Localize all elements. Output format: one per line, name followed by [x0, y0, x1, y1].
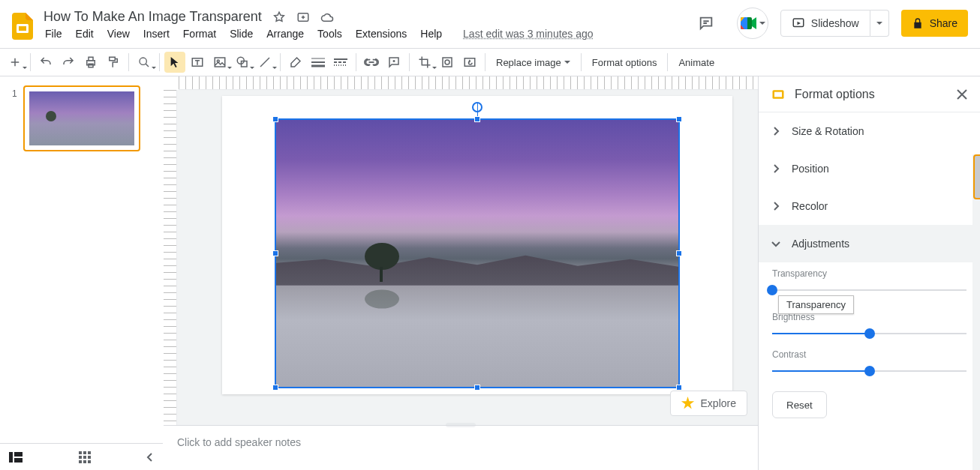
resize-handle[interactable]: [272, 116, 278, 122]
replace-image-button[interactable]: Replace image: [490, 52, 576, 73]
transparency-tooltip: Transparency: [778, 295, 854, 314]
crop-button[interactable]: [414, 52, 435, 73]
menu-format[interactable]: Format: [183, 28, 216, 40]
paint-format-button[interactable]: [103, 52, 124, 73]
explore-button[interactable]: Explore: [670, 391, 747, 416]
format-options-icon: [771, 87, 786, 102]
border-weight-button[interactable]: [308, 52, 329, 73]
filmstrip-view-icon[interactable]: [9, 452, 23, 463]
star-icon[interactable]: [272, 10, 286, 24]
brightness-slider[interactable]: [772, 333, 966, 334]
share-label: Share: [930, 17, 957, 29]
animate-button[interactable]: Animate: [672, 52, 720, 73]
last-edit-link[interactable]: Last edit was 3 minutes ago: [463, 28, 594, 40]
menu-help[interactable]: Help: [420, 28, 442, 40]
border-dash-button[interactable]: [330, 52, 351, 73]
zoom-button[interactable]: [134, 52, 155, 73]
image-button[interactable]: [209, 52, 230, 73]
speaker-notes[interactable]: Click to add speaker notes: [164, 425, 758, 470]
menu-slide[interactable]: Slide: [230, 28, 253, 40]
border-color-button[interactable]: [285, 52, 306, 73]
document-title[interactable]: How To Make An Image Transparent: [44, 9, 262, 25]
menu-edit[interactable]: Edit: [76, 28, 94, 40]
transparency-label: Transparency: [772, 268, 966, 279]
shape-button[interactable]: [232, 52, 253, 73]
slideshow-button[interactable]: Slideshow: [780, 10, 870, 37]
meet-button[interactable]: [737, 7, 768, 39]
resize-handle[interactable]: [272, 250, 278, 256]
resize-handle[interactable]: [676, 116, 682, 122]
menu-view[interactable]: View: [107, 28, 130, 40]
svg-rect-28: [83, 451, 86, 454]
toolbar: Replace image Format options Animate: [0, 48, 980, 76]
transparency-slider[interactable]: [772, 289, 966, 291]
menu-insert[interactable]: Insert: [143, 28, 170, 40]
contrast-slider[interactable]: [772, 370, 966, 372]
resize-handle[interactable]: [474, 385, 480, 391]
undo-button[interactable]: [35, 52, 56, 73]
section-label: Size & Rotation: [792, 125, 864, 137]
select-tool[interactable]: [164, 52, 185, 73]
section-recolor[interactable]: Recolor: [759, 187, 980, 225]
redo-button[interactable]: [58, 52, 79, 73]
menu-arrange[interactable]: Arrange: [266, 28, 304, 40]
svg-rect-37: [774, 91, 782, 97]
slide-thumbnail-1[interactable]: [23, 85, 140, 151]
chevron-down-icon: [771, 240, 781, 247]
section-size-rotation[interactable]: Size & Rotation: [759, 112, 980, 150]
link-button[interactable]: [361, 52, 382, 73]
slideshow-label: Slideshow: [811, 17, 859, 29]
share-button[interactable]: Share: [901, 10, 968, 37]
reset-button[interactable]: Reset: [772, 391, 827, 418]
slide-canvas[interactable]: [222, 96, 732, 394]
slide-stage[interactable]: Explore: [177, 90, 758, 425]
svg-point-22: [445, 60, 449, 64]
format-options-button[interactable]: Format options: [586, 52, 663, 73]
menu-extensions[interactable]: Extensions: [356, 28, 407, 40]
mask-button[interactable]: [437, 52, 458, 73]
comments-button[interactable]: [687, 10, 725, 37]
filmstrip: 1: [0, 76, 164, 470]
svg-rect-30: [79, 456, 82, 459]
menu-file[interactable]: File: [45, 28, 62, 40]
resize-handle[interactable]: [272, 385, 278, 391]
selected-image[interactable]: [275, 118, 680, 388]
svg-rect-11: [215, 58, 225, 67]
resize-handle[interactable]: [676, 385, 682, 391]
close-icon[interactable]: [956, 88, 968, 100]
filmstrip-collapse-icon[interactable]: [146, 452, 154, 463]
print-button[interactable]: [80, 52, 101, 73]
svg-rect-31: [83, 456, 86, 459]
slide-number: 1: [12, 85, 17, 151]
svg-rect-25: [14, 452, 23, 457]
section-label: Position: [792, 163, 829, 175]
slideshow-dropdown[interactable]: [870, 10, 889, 37]
line-button[interactable]: [254, 52, 275, 73]
resize-handle[interactable]: [676, 250, 682, 256]
move-icon[interactable]: [296, 10, 310, 24]
grid-view-icon[interactable]: [79, 451, 91, 463]
svg-rect-8: [110, 57, 116, 61]
cloud-status-icon[interactable]: [320, 10, 334, 24]
svg-rect-29: [88, 451, 91, 454]
section-label: Adjustments: [792, 238, 849, 250]
menu-tools[interactable]: Tools: [317, 28, 342, 40]
section-adjustments[interactable]: Adjustments: [759, 225, 980, 262]
contrast-label: Contrast: [772, 349, 966, 360]
resize-handle[interactable]: [474, 116, 480, 122]
slides-logo[interactable]: [8, 11, 38, 41]
comment-button[interactable]: [383, 52, 404, 73]
section-position[interactable]: Position: [759, 150, 980, 187]
textbox-button[interactable]: [187, 52, 208, 73]
reset-image-button[interactable]: [459, 52, 480, 73]
svg-rect-35: [88, 460, 91, 463]
chevron-right-icon: [772, 126, 780, 136]
svg-rect-34: [83, 460, 86, 463]
svg-rect-26: [14, 458, 23, 463]
new-slide-button[interactable]: [5, 52, 26, 73]
svg-rect-27: [79, 451, 82, 454]
horizontal-ruler: [179, 76, 758, 90]
chevron-right-icon: [772, 163, 780, 174]
panel-scrollbar[interactable]: [972, 154, 980, 470]
chevron-right-icon: [772, 201, 780, 211]
